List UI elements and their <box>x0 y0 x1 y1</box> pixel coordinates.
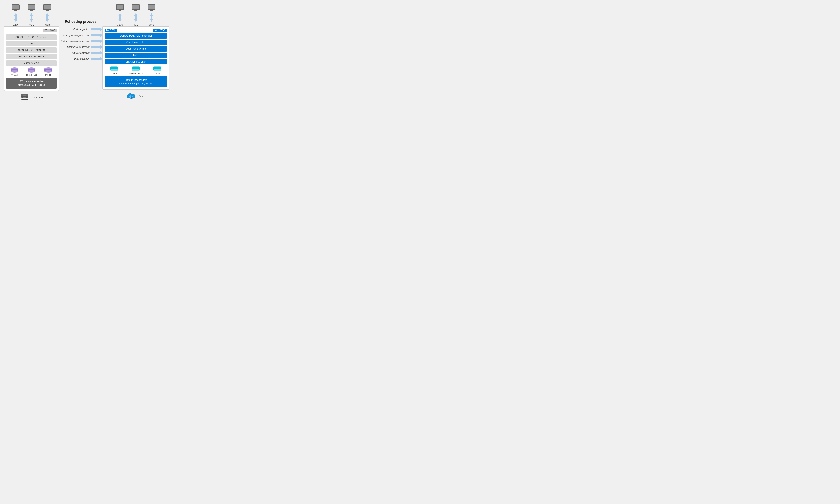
right-db-rdbms: RDBMS, IDMS <box>128 66 143 75</box>
svg-point-40 <box>21 99 22 100</box>
svg-point-72 <box>110 69 118 71</box>
step-label-3: Security replacement <box>59 46 90 48</box>
right-db-rdbms-label: RDBMS, IDMS <box>128 72 143 75</box>
svg-rect-3 <box>13 11 18 12</box>
svg-marker-4 <box>14 13 17 16</box>
svg-marker-44 <box>90 33 102 37</box>
db-icon-tsam <box>109 66 119 72</box>
svg-marker-46 <box>90 45 102 49</box>
svg-marker-12 <box>30 13 33 16</box>
right-arrow-updown-4gl <box>133 13 139 22</box>
right-terminal-3270-col: 3270 <box>115 4 125 26</box>
svg-rect-41 <box>23 99 27 99</box>
terminal-label-4gl: 4GL <box>29 23 34 26</box>
svg-rect-10 <box>30 10 33 11</box>
db-icon-hidb <box>153 66 162 72</box>
left-system-box: Web, WAS COBOL, PL/1, JCL, Assembler JES… <box>4 26 59 91</box>
monitor-icon-web <box>42 4 52 13</box>
arrow-updown-4gl <box>29 13 34 22</box>
step-arrow-2 <box>90 39 102 43</box>
process-title: Rehosting process <box>65 20 97 24</box>
svg-point-75 <box>132 69 140 71</box>
db-icon-rdbms <box>131 66 140 72</box>
left-side: 3270 4GL <box>4 4 59 101</box>
svg-marker-19 <box>46 13 49 16</box>
svg-rect-68 <box>151 16 152 19</box>
svg-rect-34 <box>23 95 26 95</box>
arrow-updown-web <box>45 13 50 22</box>
step-batch: Batch system replacement <box>59 33 102 38</box>
right-db-tsam-label: TSAM <box>111 72 117 75</box>
svg-marker-55 <box>119 19 122 22</box>
right-terminal-label-web: Web <box>149 23 154 26</box>
svg-rect-11 <box>29 11 34 12</box>
svg-rect-42 <box>23 100 26 100</box>
right-side: 3270 4GL <box>102 4 169 100</box>
left-bottom: Mainframe <box>20 94 42 101</box>
right-top-row: BMS GW Web, WAS <box>105 29 167 32</box>
left-db-db2: Db2, IDMS <box>26 68 37 76</box>
step-online: Online system replacement <box>59 39 102 43</box>
monitor-icon-4gl <box>27 4 36 13</box>
right-db-hidb: HiDB <box>153 66 162 75</box>
svg-rect-7 <box>15 16 17 19</box>
right-terminal-4gl-col: 4GL <box>131 4 141 26</box>
step-os: OS replacement <box>59 51 102 55</box>
right-platform-box: Platform-independent open standards (TCP… <box>105 76 167 87</box>
left-db-row: VSAM Db2, IDMS IMS-DB <box>6 68 57 76</box>
step-security: Security replacement <box>59 44 102 49</box>
monitor-icon-3270 <box>11 4 21 13</box>
svg-marker-45 <box>90 39 102 43</box>
right-terminal-web-col: Web <box>146 4 156 26</box>
svg-rect-9 <box>28 5 35 9</box>
left-ibm-box: IBM platform-dependent protocols (SNA, E… <box>6 78 57 89</box>
svg-marker-21 <box>46 19 49 22</box>
svg-marker-69 <box>150 19 153 22</box>
step-arrow-5 <box>90 56 102 61</box>
svg-marker-53 <box>119 13 122 16</box>
right-arrow-updown-3270 <box>117 13 123 22</box>
left-db-imsdb: IMS-DB <box>44 68 53 76</box>
right-monitor-icon-3270 <box>115 4 125 13</box>
svg-marker-67 <box>150 13 153 16</box>
db-icon-vsam <box>10 68 19 73</box>
svg-rect-37 <box>23 97 27 97</box>
step-arrow-4 <box>90 51 102 55</box>
svg-rect-13 <box>31 16 32 19</box>
left-web-was-tag: Web, WAS <box>43 29 57 32</box>
right-bottom: Azure <box>126 92 145 100</box>
svg-point-27 <box>28 70 35 73</box>
svg-marker-62 <box>134 19 137 22</box>
svg-point-82 <box>132 96 133 97</box>
mainframe-label: Mainframe <box>31 96 42 99</box>
right-bar-tacf: TACF <box>105 53 167 58</box>
svg-rect-61 <box>135 16 137 19</box>
right-monitor-icon-4gl <box>131 4 141 13</box>
step-data: Data migration <box>59 56 102 61</box>
step-arrow-0 <box>90 27 102 32</box>
process-steps: Code migration Batch system replacement … <box>59 27 102 62</box>
right-db-hidb-label: HiDB <box>155 72 160 75</box>
right-terminal-label-3270: 3270 <box>117 23 123 26</box>
right-db-tsam: TSAM <box>109 66 119 75</box>
step-label-2: Online system replacement <box>59 40 90 42</box>
svg-point-84 <box>129 96 130 97</box>
svg-rect-52 <box>118 11 123 12</box>
terminal-label-web: Web <box>45 23 50 26</box>
right-bar-online: OpenFrame Online <box>105 46 167 52</box>
middle-col: Rehosting process Code migration Batch s… <box>59 4 102 62</box>
step-label-5: Data migration <box>59 57 90 60</box>
svg-point-36 <box>21 97 22 98</box>
terminal-label-3270: 3270 <box>13 23 19 26</box>
svg-rect-33 <box>23 95 27 95</box>
right-system-box: BMS GW Web, WAS COBOL, PL/1, JCL, Assemb… <box>102 26 169 90</box>
right-db-row: TSAM RDBMS, IDMS HiDB <box>105 66 167 75</box>
svg-marker-43 <box>90 27 102 31</box>
svg-rect-50 <box>117 5 123 9</box>
terminal-3270-col: 3270 <box>11 4 21 26</box>
terminal-4gl-col: 4GL <box>27 4 36 26</box>
svg-marker-60 <box>134 13 137 16</box>
svg-rect-20 <box>47 16 48 19</box>
right-terminal-label-4gl: 4GL <box>134 23 138 26</box>
arrow-updown-3270 <box>13 13 18 22</box>
